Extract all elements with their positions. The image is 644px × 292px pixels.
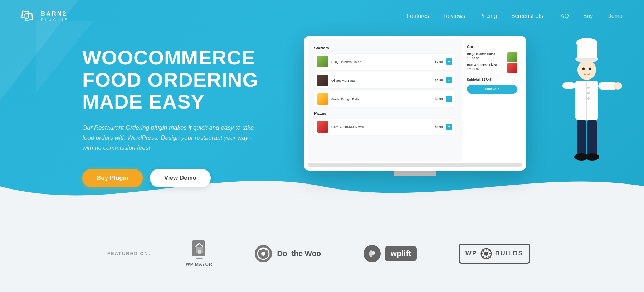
nav-pricing[interactable]: Pricing [479, 13, 497, 19]
featured-logos: WP MAYOR Do_the Woo [179, 240, 537, 267]
do-woo-wrap: Do_the Woo [254, 244, 321, 263]
wp-mayor-icon [191, 240, 208, 260]
svg-point-18 [582, 68, 585, 70]
svg-rect-15 [587, 120, 597, 156]
menu-item-3: Garlic Dough Balls $3.99 + [314, 91, 455, 107]
wplift-circle-icon [363, 244, 381, 263]
menu-item-2-name: Olives Marinate [331, 78, 432, 82]
svg-rect-20 [576, 58, 597, 61]
chef-illustration [551, 29, 623, 191]
wpbuilds-wrap: WP BUILDS [459, 244, 530, 264]
menu-item-4-name: Ham & Cheese Pizza [331, 125, 432, 129]
add-item-1-button[interactable]: + [446, 58, 452, 65]
featured-label: FEATURED ON: [107, 251, 151, 256]
add-item-2-button[interactable]: + [446, 77, 452, 83]
cart-item-2: Ham & Cheese Pizza 2 x $9.99 [467, 63, 517, 72]
featured-section: FEATURED ON: WP MAYOR [0, 215, 644, 292]
svg-point-4 [576, 38, 597, 48]
svg-point-19 [589, 68, 591, 70]
logo-area: BARN2 PLUGINS [21, 9, 69, 24]
menu-item-1-img [317, 56, 328, 67]
wp-mayor-logo-img [191, 240, 208, 260]
menu-item-2-price: $3.99 [435, 78, 443, 82]
header: BARN2 PLUGINS Features Reviews Pricing S… [0, 0, 644, 32]
menu-item-3-name: Garlic Dough Balls [331, 97, 432, 101]
svg-point-8 [587, 87, 590, 89]
wp-builds-logo-img: WP BUILDS [459, 244, 530, 263]
svg-point-10 [587, 97, 590, 100]
menu-item-2: Olives Marinate $3.99 + [314, 72, 455, 88]
menu-item-3-price: $3.99 [435, 97, 443, 101]
barn2-logo-icon [21, 9, 36, 24]
cart-item-1-img [507, 52, 517, 62]
nav-demo[interactable]: Demo [607, 13, 623, 19]
buy-plugin-button[interactable]: Buy Plugin [82, 169, 143, 187]
svg-rect-13 [562, 82, 575, 89]
menu-section-starters: Starters [314, 46, 455, 50]
wplift-badge: wplift [385, 246, 417, 261]
add-item-3-button[interactable]: + [446, 96, 452, 102]
hero-section: BARN2 PLUGINS Features Reviews Pricing S… [0, 0, 644, 215]
nav-buy[interactable]: Buy [583, 13, 593, 19]
page-wrapper: BARN2 PLUGINS Features Reviews Pricing S… [0, 0, 644, 292]
logo-brand-sub: PLUGINS [41, 18, 69, 22]
svg-point-12 [614, 82, 622, 90]
hero-title-line1: WOOCOMMERCE [82, 46, 255, 69]
hero-title-line3: MADE EASY [82, 90, 205, 113]
screen-cart: Cart BBQ Chicken Salad 1 x $7.50 Ham & C… [462, 39, 522, 161]
wp-label: WP [465, 250, 477, 257]
svg-rect-14 [577, 120, 586, 156]
svg-point-5 [577, 60, 596, 80]
svg-point-17 [585, 153, 599, 161]
wplift-text: wplift [391, 249, 411, 258]
laptop-base [308, 163, 522, 167]
hero-title-line2: FOOD ORDERING [82, 68, 258, 91]
hero-buttons: Buy Plugin View Demo [82, 169, 283, 187]
svg-point-30 [484, 252, 488, 256]
screen-menu: Starters BBQ Chicken Salad $7.50 + Olive… [308, 39, 462, 161]
featured-wplift: wplift [363, 244, 417, 263]
featured-wp-builds: WP BUILDS [459, 244, 530, 263]
menu-item-3-img [317, 93, 328, 105]
svg-rect-23 [198, 250, 201, 254]
laptop-body: Starters BBQ Chicken Salad $7.50 + Olive… [304, 36, 526, 171]
menu-item-4-price: $9.99 [435, 125, 443, 129]
laptop-stand [394, 171, 436, 176]
hero-subtitle: Our Restaurant Ordering plugin makes it … [82, 123, 254, 153]
wplift-wrap: wplift [363, 244, 417, 263]
menu-item-4: Ham & Cheese Pizza $9.99 + [314, 119, 455, 135]
featured-wp-mayor: WP MAYOR [186, 240, 213, 267]
featured-do-woo: Do_the Woo [254, 244, 321, 263]
svg-point-26 [261, 252, 265, 256]
view-demo-button[interactable]: View Demo [150, 169, 211, 187]
menu-item-4-img [317, 121, 328, 133]
do-woo-logo-img: Do_the Woo [254, 244, 321, 263]
nav-faq[interactable]: FAQ [557, 13, 569, 19]
laptop-mockup: Starters BBQ Chicken Salad $7.50 + Olive… [304, 36, 526, 176]
wp-mayor-label: WP MAYOR [186, 262, 213, 267]
cart-item-2-img [507, 63, 517, 73]
hero-content: WOOCOMMERCE FOOD ORDERING MADE EASY Our … [82, 47, 283, 187]
do-woo-icon [254, 244, 273, 263]
logo-text-block: BARN2 PLUGINS [41, 10, 69, 21]
logo-brand-name: BARN2 [41, 10, 69, 18]
menu-item-1: BBQ Chicken Salad $7.50 + [314, 54, 455, 70]
do-woo-text: Do_the Woo [277, 249, 321, 258]
add-item-4-button[interactable]: + [446, 124, 452, 130]
svg-point-9 [587, 92, 590, 94]
svg-point-28 [372, 251, 375, 255]
nav-features[interactable]: Features [406, 13, 429, 19]
cart-subtotal: Subtotal: $27.48 [467, 78, 517, 81]
builds-label: BUILDS [495, 250, 523, 257]
cart-divider [467, 75, 517, 75]
nav-screenshots[interactable]: Screenshots [511, 13, 543, 19]
checkout-button[interactable]: Checkout [467, 85, 517, 94]
menu-item-2-img [317, 75, 328, 86]
main-nav: Features Reviews Pricing Screenshots FAQ… [406, 13, 623, 19]
wpbuilds-gear-icon [480, 248, 492, 260]
menu-item-1-price: $7.50 [435, 60, 443, 63]
wplift-logo-img: wplift [363, 244, 417, 263]
chef-svg [551, 29, 623, 190]
nav-reviews[interactable]: Reviews [443, 13, 465, 19]
hero-title: WOOCOMMERCE FOOD ORDERING MADE EASY [82, 47, 283, 113]
